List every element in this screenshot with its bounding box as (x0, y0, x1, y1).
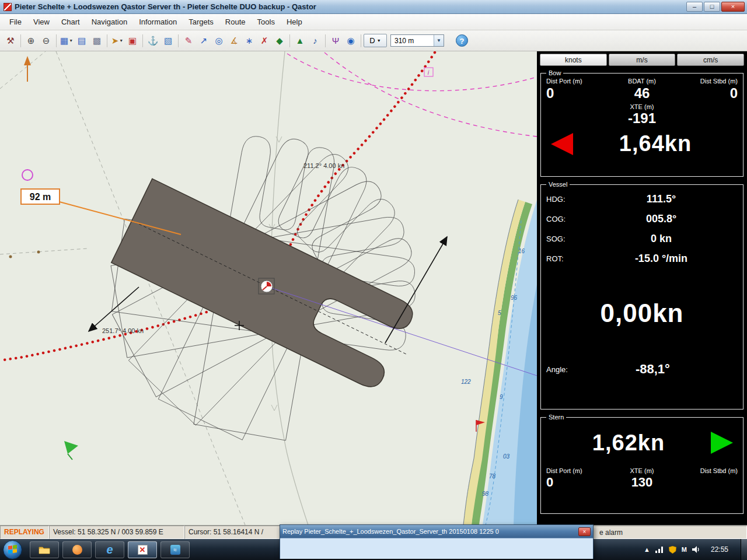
toolbar-separator (107, 34, 107, 47)
zoom-out-icon[interactable]: ⊖ (39, 33, 54, 48)
menu-file[interactable]: File (4, 15, 27, 29)
combo-dropdown-icon[interactable]: ▼ (434, 35, 444, 46)
network-icon[interactable] (655, 546, 664, 553)
vessel-select-icon[interactable]: ➤▼ (110, 33, 125, 48)
chart-layers-icon[interactable]: ▦▼ (59, 33, 74, 48)
ais-filter-icon[interactable]: ▲ (292, 33, 308, 48)
alarm-text: e alarm (599, 528, 623, 537)
vessel-speed-value: 0,00kn (546, 299, 738, 328)
cursor-position: Cursor: 51 58.16414 N / (184, 526, 280, 539)
waypoints-icon[interactable]: ∗ (242, 33, 257, 48)
center-vessel-icon[interactable]: ▣ (125, 33, 140, 48)
menu-tools[interactable]: Tools (252, 15, 281, 29)
tools-glyph: ⚒ (6, 34, 14, 48)
sound-glyph: ♪ (313, 34, 317, 48)
menu-route[interactable]: Route (219, 15, 252, 29)
toolbar-separator (178, 34, 179, 47)
target-icon[interactable]: ◎ (211, 33, 226, 48)
action-center-shield-icon[interactable] (669, 546, 676, 554)
track-label-north: 211.2° 4.00 kn (303, 162, 344, 169)
select-area-icon[interactable]: ▩ (89, 33, 104, 48)
minimize-button[interactable]: – (686, 2, 703, 12)
bow-xte-value: -191 (546, 110, 738, 127)
menu-targets[interactable]: Targets (183, 15, 219, 29)
replay-dialog[interactable]: Replay Pieter_Schelte_+_Loodswezen_Qasto… (280, 524, 594, 559)
chart-tiles-glyph: ▤ (78, 34, 86, 48)
unit-knots-button[interactable]: knots (540, 54, 607, 66)
stern-xte-value: 130 (610, 475, 673, 490)
tools-icon[interactable]: ⚒ (3, 33, 18, 48)
ebl-vrm-icon[interactable]: ∡ (226, 33, 242, 48)
antenna-icon[interactable]: Ψ (328, 33, 343, 48)
depth-label: 16 (518, 248, 525, 254)
replay-dialog-titlebar[interactable]: Replay Pieter_Schelte_+_Loodswezen_Qasto… (280, 525, 593, 538)
chart-area[interactable]: 92 m 211.2° 4.00 kn 251.7° 4.00 kn i (0, 51, 537, 525)
cog-value: 005.8° (585, 213, 738, 225)
qastor-application-window: Pieter Schelte + Loodswezen Qastor Serve… (0, 0, 747, 560)
taskbar-clock[interactable]: 22:55 (705, 545, 735, 554)
route-edit-icon[interactable]: ✎ (181, 33, 196, 48)
dropdown-caret-icon: ▼ (69, 34, 73, 48)
maximize-button[interactable]: □ (704, 2, 720, 12)
help-icon[interactable]: ? (456, 34, 468, 47)
monitor-icon[interactable]: ◆ (272, 33, 287, 48)
replay-dialog-body[interactable] (280, 538, 593, 559)
unit-ms-button[interactable]: m/s (609, 54, 676, 66)
menu-navigation[interactable]: Navigation (86, 15, 133, 29)
angle-value: -88,1° (568, 362, 738, 377)
close-button[interactable]: × (721, 2, 745, 12)
taskbar-qastor-button[interactable]: ✕ (128, 541, 157, 558)
sound-icon[interactable]: ♪ (308, 33, 323, 48)
chart-canvas[interactable]: 92 m 211.2° 4.00 kn 251.7° 4.00 kn i (0, 51, 537, 525)
vessel-position: Vessel: 51 58.325 N / 003 59.859 E (49, 526, 184, 539)
dropdown-caret-icon: ▼ (119, 34, 123, 48)
title-bar[interactable]: Pieter Schelte + Loodswezen Qastor Serve… (0, 0, 747, 14)
range-scale-value: 310 m (395, 37, 414, 45)
route-leg-icon[interactable]: ↗ (196, 33, 211, 48)
range-label-box: 92 m (21, 189, 60, 204)
stern-xte-label: XTE (m) (610, 467, 673, 474)
volume-icon[interactable] (692, 546, 700, 553)
select-area-glyph: ▩ (93, 34, 101, 48)
tray-m-app-icon[interactable]: M (682, 546, 687, 553)
docking-glyph: ⚓ (148, 34, 159, 48)
bow-direction-arrow-icon (551, 133, 573, 155)
chart-tiles-icon[interactable]: ▤ (74, 33, 89, 48)
display-mode-button[interactable]: D▼ (364, 34, 387, 47)
menu-help[interactable]: Help (281, 15, 308, 29)
taskbar-replay-app-button[interactable]: ≈ (160, 541, 190, 558)
delete-icon[interactable]: ✗ (257, 33, 272, 48)
taskbar-explorer-button[interactable] (30, 541, 59, 558)
menu-view[interactable]: View (27, 15, 55, 29)
toolbar-separator (289, 34, 290, 47)
replay-dialog-close-icon[interactable]: × (578, 527, 591, 536)
show-hidden-icons-button[interactable]: ▲ (644, 546, 650, 553)
bow-section-title: Bow (546, 69, 563, 76)
menu-chart[interactable]: Chart (55, 15, 86, 29)
ais-targets-icon[interactable]: ◉ (343, 33, 358, 48)
ais-filter-glyph: ▲ (296, 34, 305, 48)
water-area (463, 200, 537, 525)
caution-arcs (287, 52, 537, 136)
docking-icon[interactable]: ⚓ (145, 33, 160, 48)
range-label: 92 m (30, 192, 51, 202)
dropdown-caret-icon: ▼ (377, 38, 381, 43)
sounding-dot (37, 251, 40, 254)
menu-information[interactable]: Information (133, 15, 183, 29)
hdg-value: 111.5° (585, 193, 738, 205)
taskbar-app-orange-button[interactable] (62, 541, 92, 558)
bow-dist-stbd-label: Dist Stbd (m) (674, 78, 738, 85)
north-arrow-icon (24, 56, 31, 82)
zoom-in-icon[interactable]: ⊕ (23, 33, 39, 48)
show-desktop-button[interactable] (741, 539, 747, 560)
stern-speed-value: 1,62kn (546, 430, 711, 456)
start-button[interactable] (3, 540, 22, 559)
menu-bar: File View Chart Navigation Information T… (0, 14, 747, 30)
stern-direction-arrow-icon (711, 432, 733, 454)
taskbar-ie-button[interactable]: e (95, 541, 124, 558)
bow-vector (385, 237, 447, 343)
unit-cms-button[interactable]: cm/s (677, 54, 744, 66)
chart-image-icon[interactable]: ▧ (160, 33, 176, 48)
bow-speed-value: 1,64kn (573, 131, 738, 156)
range-scale-combo[interactable]: 310 m ▼ (390, 34, 444, 47)
